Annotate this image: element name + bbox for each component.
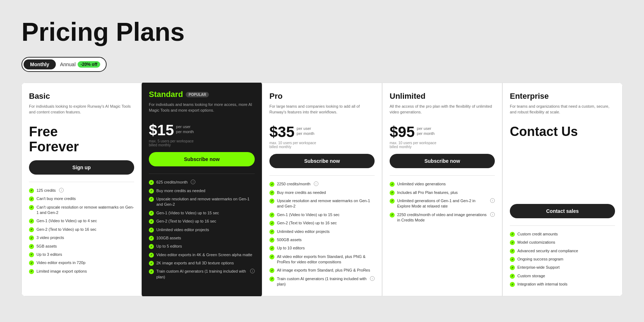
feature-text: Gen-2 (Text to Video) up to 16 sec: [277, 220, 337, 226]
divider: [390, 175, 495, 176]
feature-item: Can't upscale resolution or remove water…: [29, 205, 134, 216]
check-icon: [29, 269, 34, 274]
plan-price-note-pro: max. 10 users per workspace billed month…: [269, 141, 375, 149]
feature-text: 2250 credits/month: [277, 181, 311, 187]
feature-item: Unlimited video editor projects: [149, 227, 255, 233]
feature-item: Can't buy more credits: [29, 196, 134, 201]
plan-cta-standard[interactable]: Subscribe now: [149, 152, 255, 166]
info-icon[interactable]: i: [490, 198, 495, 203]
check-icon: [149, 219, 154, 224]
feature-text: Advanced security and compliance: [517, 248, 578, 254]
feature-item: Gen-1 (Video to Video) up to 15 sec: [149, 210, 255, 216]
feature-item: 5GB assets: [29, 244, 134, 249]
check-icon: [29, 244, 34, 249]
check-icon: [510, 249, 515, 254]
toggle-monthly[interactable]: Monthly: [24, 59, 56, 69]
feature-text: Gen-2 (Text to Video) up to 16 sec: [36, 227, 96, 232]
feature-text: Video editor exports in 720p: [36, 260, 86, 265]
feature-item: 3 video projects: [29, 235, 134, 240]
info-icon[interactable]: i: [314, 181, 318, 186]
feature-text: All image exports from Standard, plus PN…: [277, 268, 370, 273]
check-icon: [149, 253, 154, 258]
check-icon: [269, 221, 274, 226]
check-icon: [390, 213, 395, 218]
feature-item: Gen-2 (Text to Video) up to 16 sec: [149, 219, 255, 224]
divider: [29, 182, 134, 182]
check-icon: [29, 260, 34, 265]
plan-name-pro: Pro: [269, 92, 375, 101]
plan-cta-basic[interactable]: Sign up: [29, 160, 134, 175]
feature-text: Video editor exports in 4K & Green Scree…: [156, 252, 252, 258]
feature-text: Gen-1 (Video to Video) up to 4 sec: [36, 218, 97, 224]
feature-item: Up to 3 editors: [29, 252, 134, 257]
feature-text: Unlimited video editor projects: [277, 229, 330, 234]
info-icon[interactable]: i: [59, 188, 64, 192]
divider: [149, 174, 255, 174]
feature-text: Model customizations: [517, 240, 555, 245]
check-icon: [149, 269, 154, 274]
feature-list-enterprise: Custom credit amountsModel customization…: [510, 231, 615, 287]
feature-item: Enterprise-wide Support: [510, 265, 615, 270]
feature-text: All video editor exports from Standard, …: [277, 254, 375, 265]
feature-item: All video editor exports from Standard, …: [269, 254, 375, 265]
plan-name-unlimited: Unlimited: [390, 92, 495, 101]
check-icon: [269, 199, 274, 204]
feature-item: 500GB assets: [269, 237, 375, 243]
info-icon[interactable]: i: [490, 212, 495, 217]
plan-card-pro: ProFor large teams and companies looking…: [262, 83, 382, 296]
plan-desc-enterprise: For teams and organizations that need a …: [510, 104, 615, 119]
plan-price-per-pro: per user per month: [297, 125, 314, 136]
plan-card-basic: BasicFor individuals looking to explore …: [21, 83, 142, 296]
check-icon: [390, 190, 395, 195]
plan-cta-enterprise[interactable]: Contact sales: [510, 204, 615, 218]
check-icon: [269, 190, 274, 195]
feature-text: Train custom AI generators (1 training i…: [277, 276, 367, 287]
check-icon: [149, 261, 154, 266]
toggle-annual[interactable]: Annual -20% off: [56, 59, 104, 70]
feature-text: Buy more credits as needed: [277, 190, 326, 195]
feature-text: Ongoing success program: [517, 257, 563, 262]
info-icon[interactable]: i: [370, 276, 375, 281]
feature-item: Video editor exports in 4K & Green Scree…: [149, 252, 255, 258]
feature-item: Unlimited video editor projects: [269, 229, 375, 234]
check-icon: [269, 213, 274, 218]
billing-toggle[interactable]: Monthly Annual -20% off: [21, 57, 107, 72]
feature-item: Gen-1 (Video to Video) up to 4 sec: [29, 218, 134, 224]
feature-text: 500GB assets: [277, 237, 302, 243]
plan-cta-pro[interactable]: Subscribe now: [269, 154, 375, 168]
feature-item: Integration with internal tools: [510, 282, 615, 287]
check-icon: [149, 189, 154, 194]
check-icon: [149, 197, 154, 202]
plan-price-note-standard: max. 5 users per workspace billed monthl…: [149, 139, 255, 147]
plan-name-basic: Basic: [29, 92, 134, 101]
plan-cta-unlimited[interactable]: Subscribe now: [390, 154, 495, 168]
feature-list-standard: 625 credits/monthiBuy more credits as ne…: [149, 180, 255, 280]
check-icon: [149, 236, 154, 241]
feature-item: Upscale resolution and remove watermarks…: [269, 198, 375, 209]
info-icon[interactable]: i: [191, 180, 195, 184]
check-icon: [149, 244, 154, 249]
info-icon[interactable]: i: [250, 269, 255, 273]
plan-price-enterprise: Contact Us: [510, 125, 615, 139]
page-title: Pricing Plans: [21, 18, 623, 46]
plan-price-basic: Free Forever: [29, 125, 134, 155]
feature-item: 100GB assets: [149, 235, 255, 241]
feature-item: Buy more credits as needed: [149, 188, 255, 194]
plan-card-unlimited: UnlimitedAll the access of the pro plan …: [382, 83, 502, 296]
plans-grid: BasicFor individuals looking to explore …: [21, 83, 623, 296]
check-icon: [29, 219, 34, 224]
check-icon: [510, 257, 515, 262]
check-icon: [390, 199, 395, 204]
feature-text: Limited image export options: [36, 269, 87, 274]
check-icon: [510, 274, 515, 279]
feature-text: 125 credits: [36, 188, 56, 193]
plan-price-per-standard: per user per month: [176, 123, 194, 135]
check-icon: [29, 188, 34, 193]
feature-text: Can't buy more credits: [36, 196, 76, 201]
check-icon: [269, 229, 274, 234]
feature-item: Up to 10 editors: [269, 245, 375, 251]
feature-text: Upscale resolution and remove watermarks…: [156, 196, 255, 208]
feature-text: Enterprise-wide Support: [517, 265, 560, 270]
plan-desc-unlimited: All the access of the pro plan with the …: [390, 104, 495, 119]
feature-list-basic: 125 creditsiCan't buy more creditsCan't …: [29, 188, 134, 274]
